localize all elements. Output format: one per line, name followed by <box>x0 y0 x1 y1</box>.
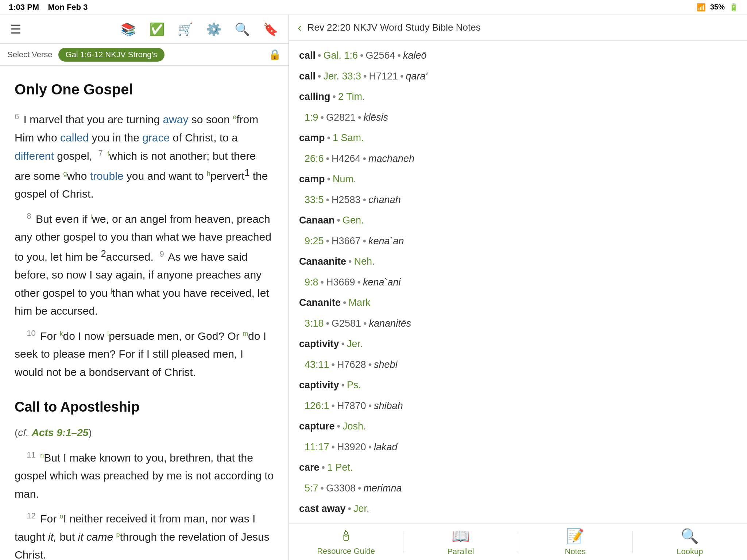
list-item: camp•1 Sam. <box>289 128 747 148</box>
list-item: camp•Num. <box>289 169 747 190</box>
right-tab-bar: 🕯 Resource Guide 📖 Parallel 📝 Notes 🔍 Lo… <box>289 524 747 560</box>
status-right: 📶 35% 🔋 <box>697 3 738 12</box>
verse-num-7: 7 <box>98 148 103 158</box>
verse-num-11: 11 <box>27 450 35 459</box>
verse-11: 11 nBut I make known to you, brethren, t… <box>15 448 274 503</box>
left-panel: ☰ 📚 ✅ 🛒 ⚙️ 🔍 🔖 Select Verse Gal 1:6-12 N… <box>0 15 289 560</box>
date-display: Mon Feb 3 <box>48 3 88 12</box>
menu-icon[interactable]: ☰ <box>10 22 21 36</box>
tab-lookup[interactable]: 🔍 Lookup <box>633 528 747 556</box>
word-study-list[interactable]: call•Gal. 1:6•G2564•kaleō call•Jer. 33:3… <box>289 41 747 524</box>
section-heading-1: Only One Gospel <box>15 77 274 101</box>
tab-parallel-label: Parallel <box>447 547 474 556</box>
tab-parallel[interactable]: 📖 Parallel <box>403 528 518 556</box>
verse-num-12: 12 <box>27 511 35 520</box>
list-item: 3:18•G2581•kananitēs <box>289 313 747 334</box>
list-item: 33:5•H2583•chanah <box>289 190 747 210</box>
list-item: 1:9•G2821•klēsis <box>289 107 747 128</box>
main-container: ☰ 📚 ✅ 🛒 ⚙️ 🔍 🔖 Select Verse Gal 1:6-12 N… <box>0 15 747 560</box>
list-item: captivity•Ps. <box>289 375 747 396</box>
list-item: 26:6•H4264•machaneh <box>289 148 747 169</box>
wifi-icon: 📶 <box>697 3 706 12</box>
list-item: 11:17•H3920•lakad <box>289 437 747 458</box>
version-badge[interactable]: Gal 1:6-12 NKJV Strong's <box>58 48 165 62</box>
back-button[interactable]: ‹ <box>298 21 302 34</box>
tab-resource-guide[interactable]: 🕯 Resource Guide <box>289 528 403 556</box>
notes-icon: 📝 <box>566 528 584 545</box>
list-item: Canaan•Gen. <box>289 210 747 231</box>
verse-num-9: 9 <box>159 249 164 258</box>
select-verse-button[interactable]: Select Verse <box>7 50 53 59</box>
verse-num-10: 10 <box>27 328 35 338</box>
bookmark-icon[interactable]: 🔖 <box>263 22 278 36</box>
battery-display: 35% <box>710 3 725 11</box>
settings-icon[interactable]: ⚙️ <box>206 22 221 36</box>
left-toolbar: ☰ 📚 ✅ 🛒 ⚙️ 🔍 🔖 <box>0 15 289 44</box>
list-item: captivity•Jer. <box>289 334 747 354</box>
tab-lookup-label: Lookup <box>677 547 703 556</box>
search-icon[interactable]: 🔍 <box>235 22 250 36</box>
section-heading-2: Call to Apostleship <box>15 396 274 419</box>
list-item: 5:7•G3308•merimna <box>289 478 747 499</box>
verse-num-6: 6 <box>15 112 19 121</box>
verse-10: 10 For kdo I now lpersuade men, or God? … <box>15 327 274 381</box>
verse-12: 12 For oI neither received it from man, … <box>15 509 274 560</box>
status-time: 1:03 PM Mon Feb 3 <box>9 3 88 12</box>
bookmark-check-icon[interactable]: ✅ <box>149 22 165 36</box>
lock-icon[interactable]: 🔒 <box>268 48 281 61</box>
verse-num-8: 8 <box>27 211 31 221</box>
bible-text: Only One Gospel 6 I marvel that you are … <box>0 66 289 560</box>
list-item: capture•Josh. <box>289 416 747 437</box>
list-item: calling•2 Tim. <box>289 86 747 107</box>
cf-link[interactable]: Acts 9:1–25 <box>32 427 89 438</box>
cart-icon[interactable]: 🛒 <box>178 22 193 36</box>
list-item: care•1 Pet. <box>289 457 747 478</box>
version-bar: Select Verse Gal 1:6-12 NKJV Strong's 🔒 <box>0 44 289 66</box>
list-item: 9:8•H3669•kena`ani <box>289 272 747 293</box>
tab-resource-guide-label: Resource Guide <box>317 547 375 556</box>
list-item: 9:25•H3667•kena`an <box>289 231 747 252</box>
right-header: ‹ Rev 22:20 NKJV Word Study Bible Notes <box>289 15 747 41</box>
list-item: 43:11•H7628•shebi <box>289 354 747 375</box>
parallel-icon: 📖 <box>452 528 470 545</box>
lookup-icon: 🔍 <box>681 528 699 545</box>
toolbar-icons: 📚 ✅ 🛒 ⚙️ 🔍 🔖 <box>121 22 278 36</box>
list-item-cast-away: cast away•Jer. <box>289 498 747 519</box>
list-item: call•Jer. 33:3•H7121•qara' <box>289 66 747 87</box>
tab-notes[interactable]: 📝 Notes <box>518 528 632 556</box>
status-bar: 1:03 PM Mon Feb 3 📶 35% 🔋 <box>0 0 747 15</box>
battery-icon: 🔋 <box>729 3 738 12</box>
right-panel-title: Rev 22:20 NKJV Word Study Bible Notes <box>307 22 738 33</box>
tab-notes-label: Notes <box>565 547 585 556</box>
list-item: Canaanite•Neh. <box>289 251 747 272</box>
list-item: 126:1•H7870•shibah <box>289 396 747 416</box>
verse-6-8: 6 I marvel that you are turning away so … <box>15 110 274 203</box>
verse-8-9: 8 But even if iwe, or an angel from heav… <box>15 210 274 320</box>
cf-line: (cf. Acts 9:1–25) <box>15 424 274 441</box>
resource-guide-icon: 🕯 <box>339 528 353 544</box>
right-panel: ‹ Rev 22:20 NKJV Word Study Bible Notes … <box>289 15 747 560</box>
library-icon[interactable]: 📚 <box>121 22 136 36</box>
list-item: 33:26•H3988•ma'as <box>289 519 747 524</box>
time-display: 1:03 PM <box>9 3 39 12</box>
list-item: Cananite•Mark <box>289 292 747 313</box>
list-item: call•Gal. 1:6•G2564•kaleō <box>289 45 747 66</box>
